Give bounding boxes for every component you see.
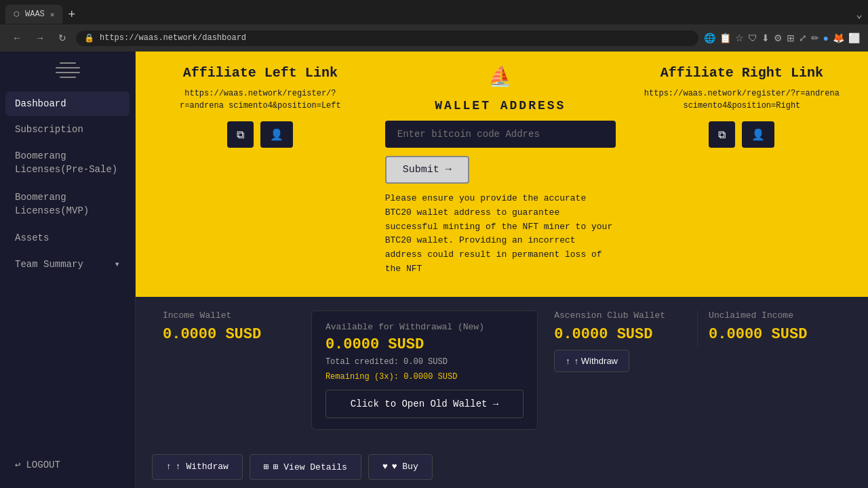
main-content: Affiliate Left Link https://waas.network… <box>136 52 868 488</box>
view-details-button[interactable]: ⊞ ⊞ View Details <box>250 454 361 480</box>
tab-title: WAAS <box>25 9 45 19</box>
sidebar: Dashboard Subscription Boomerang License… <box>0 52 136 488</box>
affiliate-left-url: https://waas.network/register/?r=andrena… <box>163 87 358 112</box>
ascension-club-card: Ascension Club Wallet 0.0000 SUSD ↑ ↑ Wi… <box>543 310 697 372</box>
total-credited: Total credited: 0.00 SUSD <box>326 357 524 367</box>
tab-favicon: ⬡ <box>14 10 20 18</box>
browser-actions: 🌐 📋 ☆ 🛡 ⬇ ⚙ ⊞ ⤢ ✏ ● 🦊 ⬜ <box>704 33 860 43</box>
withdraw-icon: ↑ <box>566 356 570 366</box>
wallet-center: ⛵ WALLET ADDRESS Submit → Please ensure … <box>385 65 616 277</box>
affiliate-right-section: Affiliate Right Link https://waas.networ… <box>643 65 841 148</box>
reload-button[interactable]: ↻ <box>54 31 71 45</box>
shield-icon[interactable]: 🛡 <box>748 33 757 43</box>
wallet-cards-row: Income Wallet 0.0000 SUSD Available for … <box>136 297 868 443</box>
copy-icon: ⧉ <box>718 129 726 140</box>
extra-icon[interactable]: ⬜ <box>848 33 860 43</box>
tab-close-button[interactable]: ✕ <box>50 10 55 19</box>
address-bar[interactable]: 🔒 https://waas.network/dashboard <box>76 30 698 46</box>
chevron-down-icon: ▾ <box>115 258 120 270</box>
bar4 <box>60 77 76 78</box>
bar3 <box>56 72 80 73</box>
unclaimed-income-label: Unclaimed Income <box>709 310 841 321</box>
heart-icon: ♥ <box>382 462 388 472</box>
affiliate-right-person-button[interactable]: 👤 <box>742 121 774 148</box>
logout-button[interactable]: ↩ LOGOUT <box>0 452 135 477</box>
withdrawal-card: Available for Withdrawal (New) 0.0000 SU… <box>311 310 538 430</box>
buy-button[interactable]: ♥ ♥ Buy <box>368 454 433 480</box>
income-wallet-amount: 0.0000 SUSD <box>163 326 295 343</box>
extensions-icon[interactable]: ⚙ <box>774 33 783 43</box>
sidebar-nav: Dashboard Subscription Boomerang License… <box>0 92 135 439</box>
url-text: https://waas.network/dashboard <box>100 33 690 43</box>
bar2 <box>56 67 80 68</box>
wallet-warning-text: Please ensure you provide the accurate B… <box>385 192 616 277</box>
affiliate-right-buttons: ⧉ 👤 <box>643 121 841 148</box>
submit-button[interactable]: Submit → <box>385 156 469 184</box>
affiliate-left-section: Affiliate Left Link https://waas.network… <box>163 65 358 148</box>
zoom-icon[interactable]: ⤢ <box>799 33 807 43</box>
affiliate-right-copy-button[interactable]: ⧉ <box>709 121 735 148</box>
browser-controls: ← → ↻ 🔒 https://waas.network/dashboard 🌐… <box>0 24 868 52</box>
income-wallet-card: Income Wallet 0.0000 SUSD <box>152 310 306 347</box>
back-button[interactable]: ← <box>8 31 26 45</box>
menu-icon <box>56 62 80 78</box>
affiliate-left-title: Affiliate Left Link <box>163 65 358 81</box>
translate-icon[interactable]: 🌐 <box>704 33 715 43</box>
yellow-section: Affiliate Left Link https://waas.network… <box>136 52 868 297</box>
person-icon: 👤 <box>751 129 765 140</box>
submit-label: Submit → <box>403 164 452 176</box>
affiliate-left-buttons: ⧉ 👤 <box>163 121 358 148</box>
income-wallet-label: Income Wallet <box>163 310 295 321</box>
remaining-text: Remaining (3x): 0.0000 SUSD <box>326 372 524 382</box>
sidebar-item-subscription[interactable]: Subscription <box>5 117 130 142</box>
copy-icon: ⧉ <box>237 129 244 140</box>
affiliate-right-title: Affiliate Right Link <box>643 65 841 81</box>
tab-bar: ⬡ WAAS ✕ + ⌄ <box>0 0 868 24</box>
firefox-icon[interactable]: 🦊 <box>833 33 844 43</box>
affiliate-left-copy-button[interactable]: ⧉ <box>227 121 254 148</box>
grid-icon[interactable]: ⊞ <box>787 33 795 43</box>
wallet-top-icon: ⛵ <box>488 65 512 88</box>
withdraw-arrow-icon: ↑ <box>166 462 172 472</box>
browser-chrome: ⬡ WAAS ✕ + ⌄ ← → ↻ 🔒 https://waas.networ… <box>0 0 868 52</box>
sidebar-item-assets[interactable]: Assets <box>5 226 130 250</box>
reader-icon[interactable]: 📋 <box>719 33 731 43</box>
new-tab-button[interactable]: + <box>62 7 81 22</box>
security-icon: 🔒 <box>84 33 94 43</box>
wallet-address-input[interactable] <box>385 121 616 148</box>
sidebar-item-dashboard[interactable]: Dashboard <box>5 92 130 116</box>
download-icon[interactable]: ⬇ <box>762 33 770 43</box>
affiliate-left-person-button[interactable]: 👤 <box>260 121 293 148</box>
unclaimed-income-amount: 0.0000 SUSD <box>709 326 841 343</box>
ascension-club-label: Ascension Club Wallet <box>554 310 686 321</box>
ascension-withdraw-button[interactable]: ↑ ↑ Withdraw <box>554 350 629 372</box>
sidebar-item-team-summary[interactable]: Team Summary ▾ <box>5 251 130 277</box>
withdraw-button[interactable]: ↑ ↑ Withdraw <box>152 454 243 480</box>
wallet-address-label: WALLET ADDRESS <box>435 99 566 113</box>
bottom-actions: ↑ ↑ Withdraw ⊞ ⊞ View Details ♥ ♥ Buy <box>136 443 868 488</box>
unclaimed-income-card: Unclaimed Income 0.0000 SUSD <box>697 310 852 347</box>
grid-details-icon: ⊞ <box>264 462 269 472</box>
sidebar-item-boomerang-mvp[interactable]: Boomerang Licenses(MVP) <box>5 184 130 224</box>
available-amount: 0.0000 SUSD <box>326 336 524 353</box>
profile-icon[interactable]: ● <box>823 33 829 43</box>
wallet-input-wrapper <box>385 121 616 148</box>
tab-overflow-icon[interactable]: ⌄ <box>856 7 863 21</box>
logout-icon: ↩ <box>15 459 20 470</box>
app-wrapper: Dashboard Subscription Boomerang License… <box>0 52 868 488</box>
person-icon: 👤 <box>270 129 283 140</box>
bar1 <box>60 62 76 64</box>
bookmark-icon[interactable]: ☆ <box>735 33 744 43</box>
affiliate-right-url: https://waas.network/register/?r=andrena… <box>643 87 841 112</box>
forward-button[interactable]: → <box>31 31 49 45</box>
pencil-icon[interactable]: ✏ <box>811 33 819 43</box>
sidebar-logo <box>0 62 135 78</box>
sidebar-item-boomerang-pre[interactable]: Boomerang Licenses(Pre-Sale) <box>5 143 130 183</box>
active-tab[interactable]: ⬡ WAAS ✕ <box>5 5 62 24</box>
ascension-club-amount: 0.0000 SUSD <box>554 326 686 343</box>
available-label: Available for Withdrawal (New) <box>326 322 524 332</box>
open-old-wallet-button[interactable]: Click to Open Old Wallet → <box>326 390 524 418</box>
